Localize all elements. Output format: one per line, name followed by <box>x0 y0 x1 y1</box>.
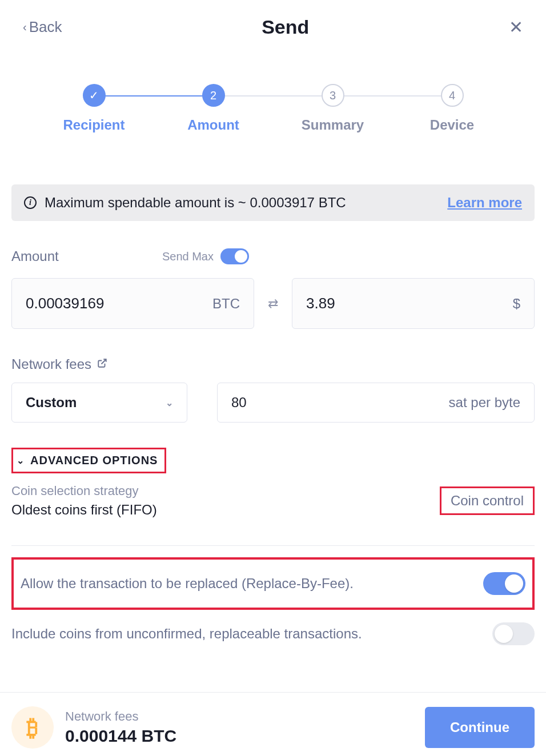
step-label: Summary <box>302 117 364 133</box>
page-title: Send <box>262 16 309 38</box>
fiat-value: 3.89 <box>306 295 335 312</box>
chevron-down-icon: ⌄ <box>17 455 25 466</box>
step-line <box>94 95 214 96</box>
send-max-toggle[interactable] <box>220 248 249 264</box>
unconfirmed-label: Include coins from unconfirmed, replacea… <box>11 626 362 642</box>
crypto-value: 0.00039169 <box>26 295 104 312</box>
info-text: Maximum spendable amount is ~ 0.0003917 … <box>45 195 346 211</box>
learn-more-link[interactable]: Learn more <box>447 195 522 211</box>
fee-rate-unit: sat per byte <box>449 395 520 411</box>
back-label: Back <box>29 18 62 36</box>
fee-preset-select[interactable]: Custom ⌄ <box>11 383 187 423</box>
step-device: 4 Device <box>392 84 512 133</box>
step-label: Amount <box>187 117 239 133</box>
toggle-knob <box>505 574 523 593</box>
coin-control-button[interactable]: Coin control <box>440 486 535 515</box>
fee-rate-value: 80 <box>231 395 247 411</box>
bitcoin-icon: ₿ <box>11 706 54 749</box>
step-label: Device <box>430 117 474 133</box>
chevron-left-icon: ‹ <box>23 21 27 34</box>
swap-icon[interactable]: ⇄ <box>268 296 278 311</box>
continue-button[interactable]: Continue <box>425 707 535 748</box>
advanced-options-label: ADVANCED OPTIONS <box>30 454 158 467</box>
info-banner: i Maximum spendable amount is ~ 0.000391… <box>11 184 535 221</box>
network-fees-label: Network fees <box>11 356 91 372</box>
step-circle: 2 <box>202 84 225 107</box>
step-circle-checkmark-icon: ✓ <box>83 84 106 107</box>
divider <box>11 545 535 546</box>
info-icon: i <box>24 196 37 209</box>
close-icon: ✕ <box>509 18 523 37</box>
toggle-knob <box>235 250 247 263</box>
stepper: ✓ Recipient 2 Amount 3 Summary 4 Device <box>0 38 546 133</box>
back-button[interactable]: ‹ Back <box>23 18 62 36</box>
chevron-down-icon: ⌄ <box>166 397 173 408</box>
svg-line-0 <box>102 359 106 364</box>
footer-fees-label: Network fees <box>65 709 176 724</box>
rbf-toggle[interactable] <box>483 572 525 595</box>
coin-strategy-value: Oldest coins first (FIFO) <box>11 502 157 518</box>
amount-fiat-input[interactable]: 3.89 $ <box>292 278 535 329</box>
rbf-option-row: Allow the transaction to be replaced (Re… <box>21 560 525 608</box>
footer-fees-value: 0.000144 BTC <box>65 726 176 746</box>
unconfirmed-option-row: Include coins from unconfirmed, replacea… <box>11 610 535 658</box>
fee-preset-value: Custom <box>26 395 77 411</box>
crypto-unit: BTC <box>212 296 240 312</box>
amount-label: Amount <box>11 248 59 264</box>
step-circle: 4 <box>441 84 464 107</box>
step-summary: 3 Summary <box>273 84 392 133</box>
close-button[interactable]: ✕ <box>509 17 523 37</box>
step-label: Recipient <box>63 117 125 133</box>
step-amount[interactable]: 2 Amount <box>154 84 273 133</box>
step-recipient[interactable]: ✓ Recipient <box>34 84 154 133</box>
coin-strategy-label: Coin selection strategy <box>11 484 157 498</box>
rbf-label: Allow the transaction to be replaced (Re… <box>21 576 354 592</box>
send-max-label: Send Max <box>162 250 214 263</box>
step-line <box>214 95 333 96</box>
toggle-knob <box>495 625 513 643</box>
advanced-options-toggle[interactable]: ⌄ ADVANCED OPTIONS <box>11 448 166 473</box>
step-line <box>333 95 452 96</box>
amount-crypto-input[interactable]: 0.00039169 BTC <box>11 278 254 329</box>
unconfirmed-toggle[interactable] <box>492 622 535 645</box>
fee-rate-input[interactable]: 80 sat per byte <box>217 383 535 423</box>
fiat-unit: $ <box>513 296 520 312</box>
step-circle: 3 <box>322 84 344 107</box>
external-link-icon[interactable] <box>97 358 107 371</box>
